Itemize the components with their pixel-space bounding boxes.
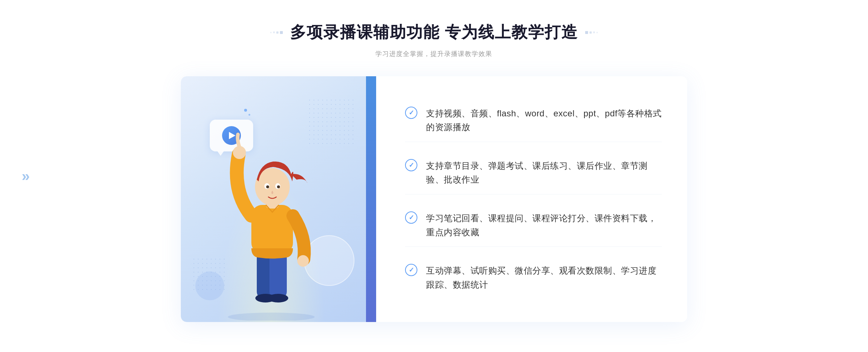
- illustration-panel: [181, 76, 376, 322]
- feature-text-2: 支持章节目录、弹题考试、课后练习、课后作业、章节测验、批改作业: [426, 159, 662, 187]
- page-wrapper: » 多项录播课辅助功能 专为线上教学打造 学习进度全掌握，提升录播课教学效果: [0, 0, 868, 352]
- svg-point-4: [268, 294, 288, 302]
- feature-text-4: 互动弹幕、试听购买、微信分享、观看次数限制、学习进度跟踪、数据统计: [426, 264, 662, 292]
- check-icon-1: ✓: [405, 107, 417, 119]
- feature-text-3: 学习笔记回看、课程提问、课程评论打分、课件资料下载，重点内容收藏: [426, 211, 662, 239]
- sparkle-dot-2: [248, 114, 250, 116]
- check-mark-4: ✓: [409, 267, 414, 273]
- person-illustration: [210, 133, 333, 322]
- content-card: ✓ 支持视频、音频、flash、word、excel、ppt、pdf等各种格式的…: [181, 76, 687, 322]
- title-row: 多项录播课辅助功能 专为线上教学打造: [270, 22, 598, 43]
- svg-point-13: [277, 185, 280, 188]
- feature-item-2: ✓ 支持章节目录、弹题考试、课后练习、课后作业、章节测验、批改作业: [405, 152, 662, 194]
- blue-vertical-bar: [366, 76, 376, 322]
- check-mark-2: ✓: [409, 162, 414, 168]
- title-deco-right: [585, 31, 598, 34]
- svg-point-12: [266, 185, 269, 188]
- feature-item-4: ✓ 互动弹幕、试听购买、微信分享、观看次数限制、学习进度跟踪、数据统计: [405, 257, 662, 299]
- title-deco-left: [270, 31, 283, 34]
- svg-point-7: [297, 255, 309, 267]
- check-icon-3: ✓: [405, 211, 417, 224]
- feature-item-1: ✓ 支持视频、音频、flash、word、excel、ppt、pdf等各种格式的…: [405, 99, 662, 142]
- check-mark-1: ✓: [409, 110, 414, 116]
- sparkle-dot-1: [244, 109, 247, 112]
- header-section: 多项录播课辅助功能 专为线上教学打造 学习进度全掌握，提升录播课教学效果: [270, 22, 598, 58]
- feature-text-1: 支持视频、音频、flash、word、excel、ppt、pdf等各种格式的资源…: [426, 107, 662, 134]
- check-mark-3: ✓: [409, 214, 414, 221]
- features-panel: ✓ 支持视频、音频、flash、word、excel、ppt、pdf等各种格式的…: [376, 76, 687, 322]
- check-icon-2: ✓: [405, 159, 417, 171]
- svg-point-0: [228, 313, 315, 321]
- check-icon-4: ✓: [405, 264, 417, 276]
- sparkle-decoration: [244, 109, 250, 116]
- page-title: 多项录播课辅助功能 专为线上教学打造: [290, 22, 578, 43]
- feature-item-3: ✓ 学习笔记回看、课程提问、课程评论打分、课件资料下载，重点内容收藏: [405, 204, 662, 247]
- left-chevron-decoration: »: [22, 168, 30, 184]
- page-subtitle: 学习进度全掌握，提升录播课教学效果: [270, 50, 598, 58]
